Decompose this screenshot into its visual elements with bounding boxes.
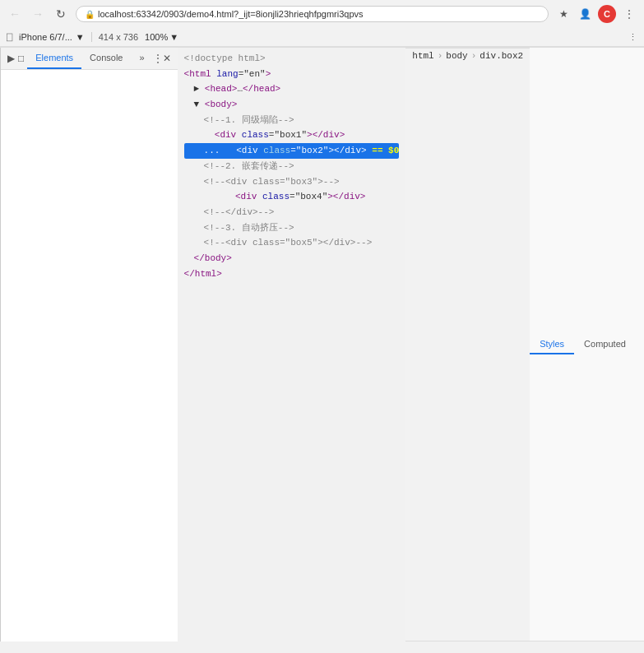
browser-preview: div.box2 100×100 第二个盒子的顶部边距为50像素时，把第一个盒子… [0,48,1,641]
cursor-icon[interactable]: ▶ [7,53,15,64]
back-button[interactable]: ← [7,6,23,22]
zoom-dropdown-icon: ▼ [169,32,178,42]
responsive-icon[interactable]: ⎕ [7,31,12,43]
styles-tabs: Styles Computed Event Listeners » [530,48,644,641]
tab-computed[interactable]: Computed [574,335,636,354]
devtools-tab-actions: ⋮ [153,53,163,64]
devtools-close-icon[interactable]: ✕ [163,53,171,64]
breadcrumb-body[interactable]: body [446,51,467,638]
html-line-body[interactable]: ▼ <body> [184,97,400,113]
height-value: 736 [123,32,138,42]
html-line-doctype: <!doctype html> [184,51,400,67]
profile-icon[interactable]: 👤 [577,6,593,22]
tab-styles[interactable]: Styles [530,335,574,354]
html-line-comment3: <!--3. 自动挤压--> [184,220,400,236]
html-line-box4: <div class="box4"></div> [184,189,400,205]
main-area: div.box2 100×100 第二个盒子的顶部边距为50像素时，把第一个盒子… [0,48,644,641]
html-line-comment2: <!--2. 嵌套传递--> [184,159,400,174]
html-line-box3-close: <!--</div>--> [184,205,400,220]
toolbar: ← → ↻ 🔒 localhost:63342/0903/demo4.html?… [0,0,644,28]
html-line-box3: <!--<div class="box3">--> [184,174,400,190]
zoom-selector[interactable]: 100% ▼ [145,32,178,42]
menu-icon[interactable]: ⋮ [621,6,637,22]
device-name: iPhone 6/7/... [19,32,72,42]
devtools-panel: ▶ □ Elements Console » ⋮ ✕ [1,48,178,641]
dim-display: 414 x 736 [99,32,138,42]
device-selector[interactable]: iPhone 6/7/... ▼ [19,32,92,42]
refresh-button[interactable]: ↻ [53,6,69,22]
breadcrumb: html › body › div.box2 [405,48,530,641]
html-line-head[interactable]: ► <head>…</head> [184,81,400,97]
devtools-main-tabs: ▶ □ Elements Console » ⋮ ✕ [1,48,178,70]
html-line-comment1: <!--1. 同级塌陷--> [184,113,400,128]
bookmark-icon[interactable]: ★ [555,6,572,22]
tab-more[interactable]: » [131,48,152,69]
width-value: 414 [99,32,114,42]
user-avatar[interactable]: C [598,5,616,23]
tab-elements[interactable]: Elements [27,48,81,69]
toolbar-actions: ★ 👤 C ⋮ [555,5,637,23]
browser-chrome: ← → ↻ 🔒 localhost:63342/0903/demo4.html?… [0,0,644,48]
html-line-html-close: </html> [184,266,400,282]
breadcrumb-html[interactable]: html [412,51,433,638]
tab-console[interactable]: Console [81,48,131,69]
zoom-value: 100% [145,32,168,42]
lock-icon: 🔒 [85,10,95,19]
html-line-box5: <!--<div class="box5"></div>--> [184,235,400,251]
tab-event-listeners[interactable]: Event Listeners [636,330,644,359]
url-text: localhost:63342/0903/demo4.html?_ijt=8io… [98,9,364,19]
html-tree: <!doctype html> <html lang="en"> ► <head… [178,48,406,641]
device-dropdown-icon: ▼ [76,32,85,42]
dim-x: x [116,32,123,42]
devtools-bar: ⎕ iPhone 6/7/... ▼ 414 x 736 100% ▼ ⋮ [0,28,644,47]
devtools-more-icon[interactable]: ⋮ [628,32,637,43]
html-line-body-close: </body> [184,251,400,266]
html-line-box2[interactable]: ... <div class="box2"></div> == $0 [184,143,400,159]
devtools-settings-icon[interactable]: ⋮ [153,53,163,64]
html-line-html: <html lang="en"> [184,67,400,82]
forward-button[interactable]: → [30,6,46,22]
html-line-box1[interactable]: <div class="box1"></div> [184,127,400,143]
red-arrow [0,48,1,459]
breadcrumb-box2[interactable]: div.box2 [480,51,523,638]
inspector-icon[interactable]: □ [18,53,24,64]
address-bar[interactable]: 🔒 localhost:63342/0903/demo4.html?_ijt=8… [76,6,549,22]
